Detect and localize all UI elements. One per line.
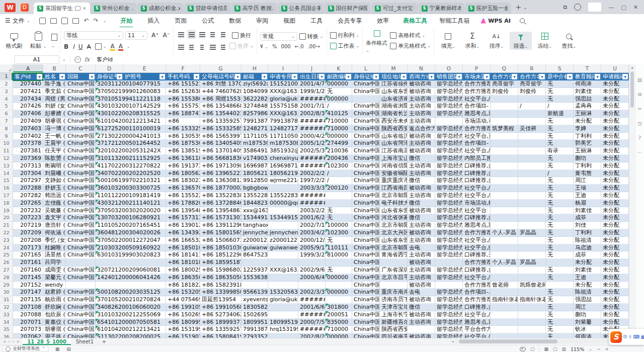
cell[interactable]: 未分配	[601, 319, 629, 326]
header-cell-H[interactable]: 邮箱▼	[242, 73, 268, 80]
cell[interactable]: 雅思考点,雅	[463, 110, 491, 118]
header-cell-P[interactable]: 市场来源▼	[463, 73, 491, 80]
cell[interactable]: 2002/8/31	[298, 110, 326, 118]
cell[interactable]	[491, 207, 518, 215]
row-number[interactable]: 5	[0, 103, 13, 110]
cell[interactable]: China中国	[66, 326, 96, 333]
cell[interactable]	[518, 192, 546, 200]
cell[interactable]	[491, 140, 518, 147]
cell[interactable]: gloria@uk	[268, 96, 298, 103]
filter-dropdown-icon[interactable]: ▼	[567, 74, 573, 79]
cell[interactable]: 周江	[574, 304, 601, 311]
cell[interactable]: +86 15332585	[166, 125, 200, 133]
cell[interactable]: 留学总经办	[435, 237, 463, 244]
cell[interactable]: 207421	[13, 88, 43, 96]
cell[interactable]: tanghaoxu	[242, 222, 268, 229]
cell[interactable]	[518, 110, 546, 118]
cell[interactable]: 山东省东营	[380, 237, 408, 244]
cell[interactable]: China中国	[352, 229, 380, 237]
cell[interactable]: +86 1565399710	[200, 133, 242, 140]
cell[interactable]: z20001227	[242, 237, 268, 244]
tab-page[interactable]: 页面	[174, 15, 188, 27]
cell[interactable]: 未分配	[601, 311, 629, 319]
tab-list-caret-icon[interactable]: ⌄	[523, 5, 527, 10]
cell[interactable]	[518, 214, 546, 222]
cell[interactable]: 桂婉唯 (女	[43, 244, 66, 252]
cell[interactable]: 未分配	[601, 110, 629, 118]
cell[interactable]: 北京市朝阳	[380, 192, 408, 200]
cell[interactable]: 陈祖清	[574, 237, 601, 244]
doc-tab[interactable]: S医护五险一金.xlsx	[465, 3, 511, 14]
cell[interactable]: China中国	[66, 110, 96, 118]
cell[interactable]: 500106199702210321	[96, 177, 166, 185]
cell[interactable]: 江西省南昌	[380, 185, 408, 192]
cut-icon[interactable]: ✂	[637, 107, 641, 112]
horizontal-scrollbar[interactable]: ◄ ►	[450, 339, 630, 343]
close-button[interactable]: ✕	[633, 4, 638, 11]
cell[interactable]: 留学总经办	[435, 147, 463, 155]
cell[interactable]: 无	[546, 222, 574, 229]
cell[interactable]: 2000/6/4	[298, 274, 326, 282]
cell[interactable]: 3851932@	[268, 147, 298, 155]
cell[interactable]: 未分配	[601, 96, 629, 103]
cell[interactable]: 2005/1/26	[298, 140, 326, 147]
cell[interactable]: +86 15538019	[166, 96, 200, 103]
column-header-D[interactable]: D	[96, 64, 123, 73]
cell[interactable]: China中国	[352, 259, 380, 267]
cell[interactable]: 180562195	[268, 170, 298, 178]
cell[interactable]: 留学总经办	[435, 311, 463, 319]
cell[interactable]: xyevents@	[242, 296, 268, 304]
font-name-select[interactable]: 等线⌄	[64, 31, 123, 40]
header-cell-D[interactable]: 身份证号▼	[96, 73, 123, 80]
cell[interactable]: 主动咨询	[408, 103, 435, 110]
decrease-indent-button[interactable]	[208, 30, 217, 39]
cell[interactable]: 无	[546, 192, 574, 200]
cell[interactable]: China中国	[352, 214, 380, 222]
cell[interactable]	[268, 251, 298, 259]
cell[interactable]: 207304	[13, 170, 43, 178]
cell[interactable]: China中国	[66, 162, 96, 170]
cell[interactable]: 被动咨询	[408, 282, 435, 289]
cell[interactable]: 有录	[546, 147, 574, 155]
italic-button[interactable]: I	[72, 43, 74, 50]
cell[interactable]: 亮哥留学	[491, 80, 518, 88]
cell[interactable]: 安徽省铜陵	[380, 170, 408, 178]
cell[interactable]: 102300	[326, 229, 352, 237]
cell[interactable]: 季忆 (女)	[43, 237, 66, 244]
cell[interactable]: #########	[298, 192, 326, 200]
tab-data[interactable]: 数据	[228, 15, 242, 27]
cell[interactable]: +86 1991056810	[200, 304, 242, 311]
filter-dropdown-icon[interactable]: ▼	[539, 74, 545, 79]
ime-hand-icon[interactable]: ✌	[628, 334, 632, 339]
outline-icon[interactable]: ▤	[66, 346, 71, 351]
cell[interactable]: 留学总经办	[435, 155, 463, 162]
cell[interactable]	[491, 170, 518, 178]
cell[interactable]: 207440	[13, 80, 43, 88]
distribute-button[interactable]	[219, 42, 227, 52]
cell[interactable]: 留学总经办	[435, 125, 463, 133]
name-box-caret-icon[interactable]: ⌄	[62, 57, 66, 62]
cell[interactable]	[268, 274, 298, 282]
cell[interactable]: 00000@qq.	[268, 200, 298, 207]
cell[interactable]: +86 15731301	[166, 214, 200, 222]
cell[interactable]: /	[518, 103, 546, 110]
copy-icon[interactable]	[51, 34, 57, 41]
cell[interactable]: +86 1851229020	[200, 251, 242, 259]
cell[interactable]: 王晨宇 (男	[43, 140, 66, 147]
cell[interactable]: 河南省信阳	[380, 162, 408, 170]
cell[interactable]: 207381	[13, 147, 43, 155]
formula-input[interactable]: 客户id	[97, 56, 113, 63]
cell[interactable]: 主动咨询	[408, 118, 435, 125]
cell[interactable]: gloria@uk	[268, 296, 298, 304]
tab-formula[interactable]: 公式	[201, 15, 215, 27]
filter-dropdown-icon[interactable]: ▼	[59, 74, 65, 79]
cell[interactable]: +86 13901242	[166, 222, 200, 229]
cell[interactable]: 2001/7/14	[298, 103, 326, 110]
cell[interactable]: 未分配	[601, 88, 629, 96]
cell[interactable]: +86 15190788	[166, 333, 200, 338]
column-header-F[interactable]: F	[166, 64, 200, 73]
row-number[interactable]: 34	[0, 319, 13, 326]
cell[interactable]: 罗晶晶	[518, 259, 546, 267]
cell[interactable]: 王迪	[574, 274, 601, 282]
cell[interactable]: 丁利利	[574, 133, 601, 140]
